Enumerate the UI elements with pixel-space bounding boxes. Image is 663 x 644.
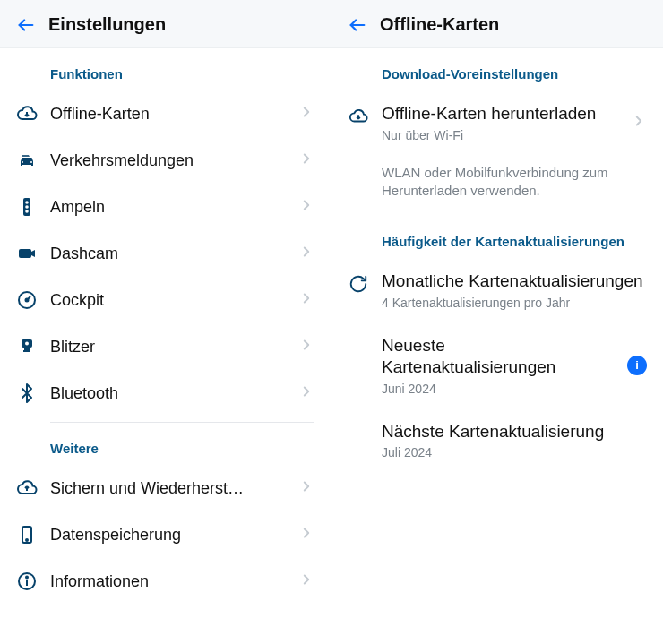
svg-point-4 — [25, 210, 29, 213]
gauge-icon — [16, 289, 38, 311]
chevron-right-icon — [298, 337, 314, 356]
row-label: Dashcam — [50, 245, 286, 263]
traffic-light-icon — [16, 196, 38, 218]
chevron-right-icon — [298, 150, 314, 170]
speed-camera-icon — [16, 336, 38, 357]
chevron-right-icon — [298, 478, 314, 498]
chevron-right-icon — [298, 525, 314, 545]
detail-title: Nächste Kartenaktualisierung — [382, 421, 647, 442]
section-header-weitere: Weitere — [0, 423, 331, 465]
section-header-updates: Häufigkeit der Kartenaktualisierungen — [332, 216, 663, 258]
info-icon — [16, 571, 38, 592]
detail-title: Monatliche Kartenaktualisierungen — [382, 270, 647, 292]
section-header-funktionen: Funktionen — [0, 48, 331, 90]
chevron-right-icon — [298, 244, 314, 263]
page-title: Einstellungen — [48, 14, 166, 35]
row-dashcam[interactable]: Dashcam — [0, 230, 331, 277]
svg-point-9 — [25, 342, 29, 346]
svg-rect-5 — [19, 249, 31, 258]
chevron-right-icon — [298, 383, 314, 403]
dashcam-icon — [16, 243, 38, 264]
car-icon — [16, 150, 38, 171]
svg-point-7 — [26, 299, 29, 302]
row-label: Cockpit — [50, 291, 286, 310]
row-latest-update[interactable]: Neueste Kartenaktualisierungen Juni 2024… — [332, 322, 663, 408]
row-next-update: Nächste Kartenaktualisierung Juli 2024 — [332, 408, 663, 473]
svg-point-14 — [26, 577, 28, 579]
chevron-right-icon — [298, 571, 314, 591]
row-label: Informationen — [50, 572, 286, 591]
row-label: Bluetooth — [50, 384, 286, 403]
row-cockpit[interactable]: Cockpit — [0, 277, 331, 323]
detail-title: Offline-Karten herunterladen — [382, 103, 618, 125]
storage-icon — [16, 524, 38, 545]
cloud-download-icon — [16, 103, 38, 125]
row-label: Offline-Karten — [50, 105, 286, 124]
detail-date: Juli 2024 — [382, 445, 647, 459]
row-datenspeicherung[interactable]: Datenspeicherung — [0, 511, 331, 558]
page-title: Offline-Karten — [380, 14, 499, 35]
row-blitzer[interactable]: Blitzer — [0, 323, 331, 370]
row-label: Verkehrsmeldungen — [50, 151, 286, 170]
back-icon[interactable] — [348, 15, 367, 35]
back-icon[interactable] — [16, 15, 36, 35]
bluetooth-icon — [16, 382, 38, 404]
section-header-download: Download-Voreinstellungen — [332, 48, 663, 90]
refresh-icon — [348, 274, 369, 294]
divider-vertical — [616, 335, 616, 396]
offline-maps-panel: Offline-Karten Download-Voreinstellungen… — [332, 0, 663, 644]
row-label: Ampeln — [50, 198, 286, 217]
info-badge-icon[interactable]: i — [627, 356, 647, 375]
detail-date: Juni 2024 — [382, 382, 608, 396]
svg-point-11 — [26, 539, 28, 541]
row-label: Datenspeicherung — [50, 526, 286, 545]
row-label: Blitzer — [50, 338, 286, 356]
detail-subtitle: Nur über Wi-Fi — [382, 128, 618, 142]
offline-maps-header: Offline-Karten — [332, 0, 663, 48]
settings-panel: Einstellungen Funktionen Offline-Karten … — [0, 0, 332, 644]
download-hint: WLAN oder Mobilfunkverbindung zum Herunt… — [332, 155, 663, 217]
chevron-right-icon — [298, 197, 314, 217]
chevron-right-icon — [298, 290, 314, 310]
row-label: Sichern und Wiederherst… — [50, 479, 286, 498]
row-download-maps[interactable]: Offline-Karten herunterladen Nur über Wi… — [332, 90, 663, 155]
row-informationen[interactable]: Informationen — [0, 558, 331, 605]
row-sichern[interactable]: Sichern und Wiederherst… — [0, 465, 331, 511]
row-offline-karten[interactable]: Offline-Karten — [0, 90, 331, 137]
svg-point-2 — [25, 201, 29, 204]
cloud-upload-icon — [16, 477, 38, 499]
row-bluetooth[interactable]: Bluetooth — [0, 370, 331, 416]
cloud-download-icon — [348, 107, 369, 126]
detail-title: Neueste Kartenaktualisierungen — [382, 335, 608, 378]
row-ampeln[interactable]: Ampeln — [0, 184, 331, 230]
chevron-right-icon — [298, 104, 314, 124]
chevron-right-icon — [631, 113, 647, 133]
row-verkehrsmeldungen[interactable]: Verkehrsmeldungen — [0, 137, 331, 184]
detail-subtitle: 4 Kartenaktualisierungen pro Jahr — [382, 296, 647, 310]
settings-header: Einstellungen — [0, 0, 331, 48]
svg-point-3 — [25, 205, 29, 209]
row-monthly-updates[interactable]: Monatliche Kartenaktualisierungen 4 Kart… — [332, 258, 663, 322]
